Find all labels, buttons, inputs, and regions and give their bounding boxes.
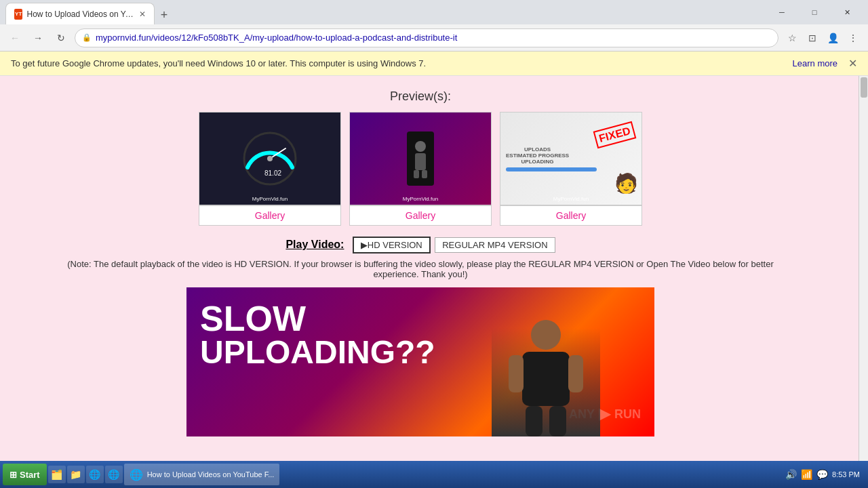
- start-button[interactable]: ⊞ Start: [3, 464, 47, 485]
- system-tray: 🔊 📶 💬: [785, 469, 828, 480]
- slow-upload-bg: UPLOADS ESTIMATED PROGRESS UPLOADING FIX…: [500, 113, 642, 205]
- run-text: RUN: [614, 407, 641, 422]
- taskbar-icon-browser1[interactable]: 🌐: [86, 466, 104, 483]
- back-button[interactable]: ←: [5, 28, 24, 47]
- taskbar-icon-folders[interactable]: 🗂️: [48, 466, 66, 483]
- favicon-text: YT: [15, 11, 22, 17]
- learn-more-link[interactable]: Learn more: [793, 58, 837, 68]
- maximize-button[interactable]: □: [799, 0, 830, 24]
- video-person: [492, 301, 600, 436]
- tab-title: How to Upload Videos on YouTube F...: [26, 9, 135, 19]
- tab-favicon: YT: [14, 9, 22, 20]
- tab-bar: YT How to Upload Videos on YouTube F... …: [5, 0, 174, 24]
- page-content: Preview(s): 81.02: [0, 76, 868, 485]
- person-shape: [407, 131, 434, 186]
- gallery-button-2[interactable]: Gallery: [349, 205, 492, 226]
- start-label: Start: [20, 470, 40, 480]
- toolbar-right: ☆ ⊡ 👤 ⋮: [783, 28, 863, 47]
- thumb3-labels: UPLOADS ESTIMATED PROGRESS UPLOADING: [506, 146, 569, 165]
- bookmark-star-button[interactable]: ☆: [783, 28, 802, 47]
- thumbnail-2: MyPornVid.fun Gallery: [349, 112, 492, 226]
- account-button[interactable]: 👤: [823, 28, 842, 47]
- new-tab-button[interactable]: +: [155, 5, 174, 24]
- speedometer-bg: 81.02 MyPornVid.fun: [199, 113, 340, 205]
- windows-icon: ⊞: [9, 470, 17, 480]
- scrollbar-thumb[interactable]: [861, 77, 867, 98]
- note-text: (Note: The default playback of the video…: [47, 259, 793, 279]
- thumb-image-1: 81.02 MyPornVid.fun: [199, 112, 341, 205]
- svg-point-2: [267, 156, 273, 161]
- svg-rect-5: [415, 153, 426, 170]
- video-player[interactable]: SLOW UPLOADING?? ANY ▶ RUN: [186, 287, 654, 436]
- person-svg: [410, 138, 431, 179]
- svg-rect-10: [509, 355, 524, 392]
- thumbnail-1: 81.02 MyPornVid.fun Gallery: [199, 112, 341, 226]
- taskbar: ⊞ Start 🗂️ 📁 🌐 🌐 🌐 How to Upload Videos …: [0, 461, 868, 488]
- preview-section: Preview(s): 81.02: [27, 89, 814, 226]
- thumb2-watermark: MyPornVid.fun: [403, 196, 438, 202]
- slow-text: SLOW: [200, 301, 435, 336]
- svg-text:81.02: 81.02: [264, 169, 281, 177]
- system-clock: 8:53 PM: [832, 470, 860, 479]
- preview-title: Preview(s):: [27, 89, 814, 104]
- progress-bar: [506, 167, 597, 171]
- address-bar[interactable]: 🔒 mypornvid.fun/videos/12/kFo508bTK_A/my…: [75, 28, 778, 47]
- window-controls: ─ □ ✕: [766, 0, 863, 24]
- tray-icon-2[interactable]: 📶: [801, 469, 812, 480]
- thumb-image-2: MyPornVid.fun: [349, 112, 492, 205]
- gallery-button-1[interactable]: Gallery: [199, 205, 341, 226]
- gallery-button-3[interactable]: Gallery: [500, 205, 642, 226]
- scrollbar[interactable]: [859, 76, 868, 485]
- minimize-button[interactable]: ─: [766, 0, 797, 24]
- thumbnail-3: UPLOADS ESTIMATED PROGRESS UPLOADING FIX…: [500, 112, 642, 226]
- notification-close-button[interactable]: ✕: [848, 57, 857, 70]
- tray-icon-1[interactable]: 🔊: [785, 469, 797, 480]
- forward-button[interactable]: →: [28, 28, 47, 47]
- uploading-text: UPLOADING??: [200, 336, 435, 369]
- mp4-version-button[interactable]: REGULAR MP4 VERSION: [435, 237, 555, 253]
- thumb-image-3: UPLOADS ESTIMATED PROGRESS UPLOADING FIX…: [500, 112, 642, 205]
- thumbnails-container: 81.02 MyPornVid.fun Gallery: [27, 112, 814, 226]
- svg-point-4: [415, 141, 426, 152]
- menu-button[interactable]: ⋮: [844, 28, 863, 47]
- thumb1-watermark: MyPornVid.fun: [252, 196, 288, 202]
- title-bar: YT How to Upload Videos on YouTube F... …: [0, 0, 868, 24]
- active-tab[interactable]: YT How to Upload Videos on YouTube F... …: [5, 3, 155, 24]
- speedometer-svg: 81.02: [239, 128, 300, 189]
- person-video-svg: [502, 314, 590, 436]
- tab-close-button[interactable]: ✕: [139, 9, 146, 19]
- browser-toolbar: ← → ↻ 🔒 mypornvid.fun/videos/12/kFo508bT…: [0, 24, 868, 52]
- taskbar-active-window[interactable]: 🌐 How to Upload Videos on YouTube F...: [124, 464, 280, 485]
- thumb3-person: 🧑: [614, 172, 638, 195]
- taskbar-item-label: How to Upload Videos on YouTube F...: [147, 470, 275, 479]
- refresh-button[interactable]: ↻: [52, 28, 71, 47]
- svg-rect-12: [526, 406, 542, 436]
- svg-rect-6: [414, 170, 419, 178]
- hd-version-button[interactable]: ▶HD VERSION: [353, 237, 431, 253]
- taskbar-right: 🔊 📶 💬 8:53 PM: [780, 469, 865, 480]
- taskbar-item-favicon: 🌐: [130, 468, 143, 481]
- url-text: mypornvid.fun/videos/12/kFo508bTK_A/my-u…: [96, 33, 457, 43]
- content-area: Preview(s): 81.02: [0, 76, 841, 450]
- tray-icon-3[interactable]: 💬: [816, 469, 828, 480]
- security-icon: 🔒: [82, 33, 92, 42]
- svg-rect-13: [549, 406, 566, 436]
- svg-rect-11: [568, 355, 583, 392]
- close-button[interactable]: ✕: [831, 0, 863, 24]
- video-text-overlay: SLOW UPLOADING??: [200, 301, 435, 369]
- play-video-label: Play Video:: [285, 239, 344, 250]
- play-video-section: Play Video: ▶HD VERSION REGULAR MP4 VERS…: [27, 237, 814, 253]
- notification-text: To get future Google Chrome updates, you…: [11, 58, 787, 68]
- thumb3-content: UPLOADS ESTIMATED PROGRESS UPLOADING: [500, 141, 642, 177]
- notification-bar: To get future Google Chrome updates, you…: [0, 52, 868, 76]
- taskbar-icon-explorer[interactable]: 📁: [67, 466, 85, 483]
- svg-rect-9: [522, 352, 570, 406]
- play-watermark-icon: ▶: [599, 405, 610, 423]
- person-bg: MyPornVid.fun: [350, 113, 491, 205]
- svg-rect-7: [422, 170, 427, 178]
- video-background: SLOW UPLOADING?? ANY ▶ RUN: [186, 287, 654, 436]
- cast-button[interactable]: ⊡: [803, 28, 822, 47]
- svg-point-8: [531, 320, 561, 350]
- browser-frame: YT How to Upload Videos on YouTube F... …: [0, 0, 868, 485]
- taskbar-icon-browser2[interactable]: 🌐: [105, 466, 123, 483]
